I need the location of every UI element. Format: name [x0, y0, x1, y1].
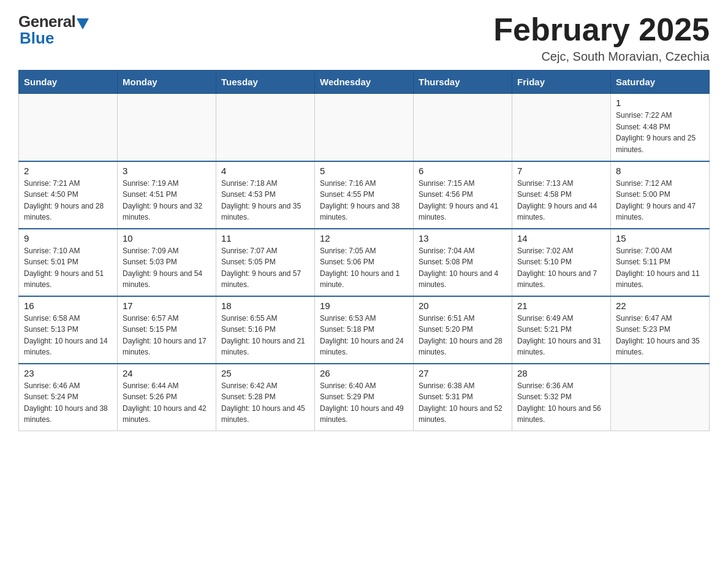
day-info: Sunrise: 6:49 AMSunset: 5:21 PMDaylight:…: [517, 313, 605, 358]
day-number: 12: [320, 233, 408, 243]
day-info: Sunrise: 6:58 AMSunset: 5:13 PMDaylight:…: [24, 313, 112, 358]
calendar-week-row: 1Sunrise: 7:22 AMSunset: 4:48 PMDaylight…: [19, 94, 710, 161]
day-info: Sunrise: 6:47 AMSunset: 5:23 PMDaylight:…: [616, 313, 704, 358]
page-header: General Blue February 2025 Cejc, South M…: [18, 12, 710, 64]
calendar-cell: 25Sunrise: 6:42 AMSunset: 5:28 PMDayligh…: [216, 364, 315, 431]
day-number: 15: [616, 233, 704, 243]
day-number: 14: [517, 233, 605, 243]
day-number: 9: [24, 233, 112, 243]
day-info: Sunrise: 7:18 AMSunset: 4:53 PMDaylight:…: [221, 178, 309, 223]
day-number: 17: [123, 301, 211, 311]
day-info: Sunrise: 6:44 AMSunset: 5:26 PMDaylight:…: [123, 380, 211, 426]
day-info: Sunrise: 7:07 AMSunset: 5:05 PMDaylight:…: [221, 245, 309, 291]
calendar-cell: [414, 94, 512, 161]
calendar-cell: 26Sunrise: 6:40 AMSunset: 5:29 PMDayligh…: [315, 364, 414, 431]
day-number: 7: [517, 166, 605, 176]
calendar-cell: 13Sunrise: 7:04 AMSunset: 5:08 PMDayligh…: [414, 229, 512, 296]
day-info: Sunrise: 6:53 AMSunset: 5:18 PMDaylight:…: [320, 313, 408, 358]
calendar-cell: 15Sunrise: 7:00 AMSunset: 5:11 PMDayligh…: [611, 229, 710, 296]
calendar-cell: 14Sunrise: 7:02 AMSunset: 5:10 PMDayligh…: [512, 229, 611, 296]
day-info: Sunrise: 6:55 AMSunset: 5:16 PMDaylight:…: [221, 313, 309, 358]
day-of-week-header: Tuesday: [216, 71, 315, 94]
day-of-week-header: Saturday: [611, 71, 710, 94]
day-number: 4: [221, 166, 309, 176]
calendar-cell: 11Sunrise: 7:07 AMSunset: 5:05 PMDayligh…: [216, 229, 315, 296]
day-number: 13: [419, 233, 507, 243]
day-of-week-header: Wednesday: [315, 71, 414, 94]
day-info: Sunrise: 6:42 AMSunset: 5:28 PMDaylight:…: [221, 380, 309, 426]
day-number: 27: [419, 368, 507, 378]
calendar-cell: [19, 94, 118, 161]
day-info: Sunrise: 7:22 AMSunset: 4:48 PMDaylight:…: [616, 110, 704, 155]
calendar-cell: [315, 94, 414, 161]
day-info: Sunrise: 7:02 AMSunset: 5:10 PMDaylight:…: [517, 245, 605, 291]
calendar-cell: 1Sunrise: 7:22 AMSunset: 4:48 PMDaylight…: [611, 94, 710, 161]
day-number: 26: [320, 368, 408, 378]
day-info: Sunrise: 6:46 AMSunset: 5:24 PMDaylight:…: [24, 380, 112, 426]
day-info: Sunrise: 6:51 AMSunset: 5:20 PMDaylight:…: [419, 313, 507, 358]
day-number: 22: [616, 301, 704, 311]
calendar-cell: 18Sunrise: 6:55 AMSunset: 5:16 PMDayligh…: [216, 296, 315, 364]
day-number: 5: [320, 166, 408, 176]
day-number: 28: [517, 368, 605, 378]
day-info: Sunrise: 7:04 AMSunset: 5:08 PMDaylight:…: [419, 245, 507, 291]
day-info: Sunrise: 7:15 AMSunset: 4:56 PMDaylight:…: [419, 178, 507, 223]
calendar-cell: 3Sunrise: 7:19 AMSunset: 4:51 PMDaylight…: [118, 161, 216, 229]
calendar-cell: 19Sunrise: 6:53 AMSunset: 5:18 PMDayligh…: [315, 296, 414, 364]
logo-triangle-icon: [77, 18, 89, 29]
day-number: 20: [419, 301, 507, 311]
calendar-cell: 17Sunrise: 6:57 AMSunset: 5:15 PMDayligh…: [118, 296, 216, 364]
day-of-week-header: Friday: [512, 71, 611, 94]
day-number: 1: [616, 98, 704, 108]
calendar-cell: 23Sunrise: 6:46 AMSunset: 5:24 PMDayligh…: [19, 364, 118, 431]
calendar-cell: 27Sunrise: 6:38 AMSunset: 5:31 PMDayligh…: [414, 364, 512, 431]
day-info: Sunrise: 7:13 AMSunset: 4:58 PMDaylight:…: [517, 178, 605, 223]
calendar-cell: 2Sunrise: 7:21 AMSunset: 4:50 PMDaylight…: [19, 161, 118, 229]
calendar-cell: [216, 94, 315, 161]
calendar-cell: 22Sunrise: 6:47 AMSunset: 5:23 PMDayligh…: [611, 296, 710, 364]
day-info: Sunrise: 7:00 AMSunset: 5:11 PMDaylight:…: [616, 245, 704, 291]
day-number: 3: [123, 166, 211, 176]
day-of-week-header: Thursday: [414, 71, 512, 94]
day-info: Sunrise: 7:12 AMSunset: 5:00 PMDaylight:…: [616, 178, 704, 223]
day-number: 2: [24, 166, 112, 176]
day-info: Sunrise: 7:21 AMSunset: 4:50 PMDaylight:…: [24, 178, 112, 223]
calendar-cell: 8Sunrise: 7:12 AMSunset: 5:00 PMDaylight…: [611, 161, 710, 229]
location-title: Cejc, South Moravian, Czechia: [493, 50, 710, 64]
calendar-cell: 9Sunrise: 7:10 AMSunset: 5:01 PMDaylight…: [19, 229, 118, 296]
calendar-cell: 20Sunrise: 6:51 AMSunset: 5:20 PMDayligh…: [414, 296, 512, 364]
calendar-cell: 10Sunrise: 7:09 AMSunset: 5:03 PMDayligh…: [118, 229, 216, 296]
day-info: Sunrise: 7:09 AMSunset: 5:03 PMDaylight:…: [123, 245, 211, 291]
day-info: Sunrise: 6:40 AMSunset: 5:29 PMDaylight:…: [320, 380, 408, 426]
calendar-header-row: SundayMondayTuesdayWednesdayThursdayFrid…: [19, 71, 710, 94]
day-info: Sunrise: 7:05 AMSunset: 5:06 PMDaylight:…: [320, 245, 408, 291]
day-info: Sunrise: 7:16 AMSunset: 4:55 PMDaylight:…: [320, 178, 408, 223]
logo: General Blue: [18, 12, 89, 48]
calendar-table: SundayMondayTuesdayWednesdayThursdayFrid…: [18, 70, 710, 431]
calendar-cell: 28Sunrise: 6:36 AMSunset: 5:32 PMDayligh…: [512, 364, 611, 431]
calendar-cell: 6Sunrise: 7:15 AMSunset: 4:56 PMDaylight…: [414, 161, 512, 229]
day-info: Sunrise: 7:10 AMSunset: 5:01 PMDaylight:…: [24, 245, 112, 291]
calendar-cell: 4Sunrise: 7:18 AMSunset: 4:53 PMDaylight…: [216, 161, 315, 229]
day-number: 21: [517, 301, 605, 311]
calendar-week-row: 16Sunrise: 6:58 AMSunset: 5:13 PMDayligh…: [19, 296, 710, 364]
day-number: 8: [616, 166, 704, 176]
day-of-week-header: Monday: [118, 71, 216, 94]
day-number: 16: [24, 301, 112, 311]
day-number: 6: [419, 166, 507, 176]
calendar-cell: [118, 94, 216, 161]
calendar-cell: 5Sunrise: 7:16 AMSunset: 4:55 PMDaylight…: [315, 161, 414, 229]
calendar-cell: 7Sunrise: 7:13 AMSunset: 4:58 PMDaylight…: [512, 161, 611, 229]
calendar-cell: 21Sunrise: 6:49 AMSunset: 5:21 PMDayligh…: [512, 296, 611, 364]
day-number: 24: [123, 368, 211, 378]
day-info: Sunrise: 7:19 AMSunset: 4:51 PMDaylight:…: [123, 178, 211, 223]
calendar-week-row: 23Sunrise: 6:46 AMSunset: 5:24 PMDayligh…: [19, 364, 710, 431]
day-number: 10: [123, 233, 211, 243]
calendar-week-row: 9Sunrise: 7:10 AMSunset: 5:01 PMDaylight…: [19, 229, 710, 296]
title-block: February 2025 Cejc, South Moravian, Czec…: [493, 12, 710, 64]
calendar-cell: 16Sunrise: 6:58 AMSunset: 5:13 PMDayligh…: [19, 296, 118, 364]
day-number: 23: [24, 368, 112, 378]
day-info: Sunrise: 6:57 AMSunset: 5:15 PMDaylight:…: [123, 313, 211, 358]
day-info: Sunrise: 6:38 AMSunset: 5:31 PMDaylight:…: [419, 380, 507, 426]
day-number: 19: [320, 301, 408, 311]
